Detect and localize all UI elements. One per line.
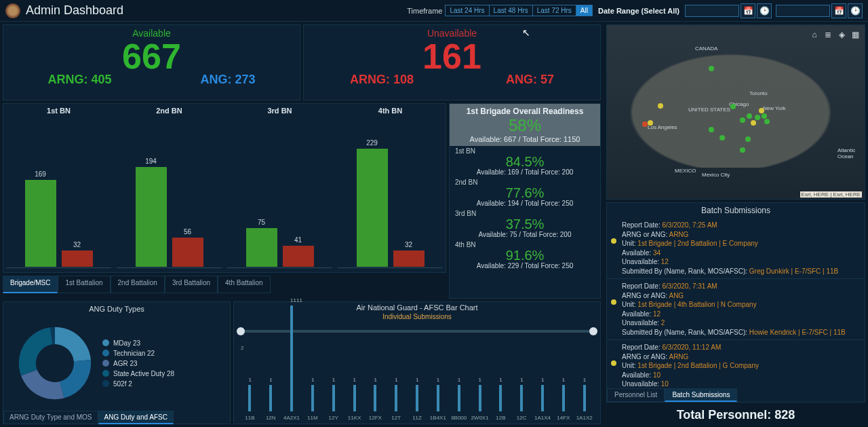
afsc-bar [583, 385, 586, 411]
map-label: New York [763, 105, 786, 111]
legend-icon[interactable]: ≣ [823, 29, 833, 40]
map-point-icon[interactable] [751, 120, 756, 126]
right-panel-tab[interactable]: Personnel List [607, 388, 665, 402]
map-label: MEXICO [675, 168, 696, 174]
time-icon[interactable]: 🕑 [848, 3, 863, 18]
date-range-start-input[interactable] [685, 5, 739, 17]
afsc-bar [520, 385, 523, 411]
afsc-xlabel: 14FX [553, 415, 574, 421]
right-tabs: Personnel ListBatch Submissions [607, 388, 865, 402]
home-icon[interactable]: ⌂ [809, 29, 820, 40]
calendar-icon[interactable]: 📅 [741, 3, 755, 18]
readiness-row: 2nd BN 77.6% Available: 194 / Total Forc… [450, 177, 600, 208]
map-point-icon[interactable] [745, 136, 751, 142]
timeframe-button[interactable]: Last 48 Hrs [490, 5, 533, 16]
afsc-bar [269, 385, 272, 411]
date-range-end-input[interactable] [776, 5, 830, 17]
map-label: CANADA [695, 45, 717, 52]
legend-swatch-icon [102, 370, 109, 377]
map-label: Los Angeles [648, 124, 677, 130]
map-point-icon[interactable] [740, 147, 745, 153]
status-dot-icon [611, 238, 616, 244]
status-dot-icon [611, 360, 616, 366]
timeframe-button[interactable]: Last 24 Hrs [446, 5, 489, 16]
map-label: UNITED STATES [688, 107, 730, 113]
basemap-icon[interactable]: ▦ [850, 29, 861, 40]
map-point-icon[interactable] [730, 104, 736, 109]
donut-tab[interactable]: ANG Duty and AFSC [98, 411, 174, 424]
map-label: Mexico City [702, 172, 730, 178]
donut-slice [19, 327, 53, 375]
donut-tab[interactable]: ARNG Duty Type and MOS [3, 411, 98, 424]
timeframe-button[interactable]: Last 72 Hrs [533, 5, 576, 16]
battalion-tab[interactable]: Brigade/MSC [3, 276, 58, 293]
legend-swatch-icon [102, 339, 109, 346]
bn-facet-title: 4th BN [335, 107, 446, 115]
app-logo-icon [5, 3, 20, 18]
unavailable-value: 161 [304, 39, 600, 74]
afsc-bar [332, 385, 335, 411]
afsc-xlabel: 2W0X1 [469, 415, 490, 421]
bn-facet-title: 3rd BN [224, 107, 335, 115]
batch-submission-item[interactable]: Report Date: 6/3/2020, 7:25 AM ARNG or A… [607, 218, 865, 279]
timeframe-label: Timeframe [407, 7, 442, 15]
readiness-row: 3rd BN 37.5% Available: 75 / Total Force… [450, 208, 600, 240]
calendar-icon[interactable]: 📅 [831, 3, 846, 18]
battalion-tab[interactable]: 3rd Battalion [165, 276, 218, 293]
afsc-bar [290, 305, 293, 411]
map-credit: Esri, HERE | Esri, HERE [800, 191, 862, 198]
map-point-icon[interactable] [762, 113, 767, 119]
map-point-icon[interactable] [709, 127, 714, 132]
timeframe-buttons: Last 24 HrsLast 48 HrsLast 72 HrsAll [445, 5, 593, 16]
battalion-tab[interactable]: 1st Battalion [58, 276, 110, 293]
donut-slice [60, 360, 91, 398]
afsc-xlabel: 11M [302, 415, 323, 421]
map-point-icon[interactable] [747, 113, 752, 119]
map-point-icon[interactable] [740, 117, 745, 123]
battalion-tab[interactable]: 2nd Battalion [111, 276, 165, 293]
afsc-bar [458, 385, 460, 411]
readiness-title: 1st Brigade Overall Readiness [454, 107, 596, 116]
legend-swatch-icon [102, 380, 109, 387]
bar: 194 [136, 167, 167, 267]
map-point-icon[interactable] [642, 122, 648, 127]
map-point-icon[interactable] [648, 120, 653, 126]
batch-submission-item[interactable]: Report Date: 6/3/2020, 11:12 AM ARNG or … [607, 340, 865, 388]
layers-icon[interactable]: ◈ [836, 29, 847, 40]
afsc-xlabel: 11Z [407, 415, 428, 421]
donut-slice [21, 370, 64, 400]
afsc-bar [374, 385, 376, 411]
map-point-icon[interactable] [658, 103, 663, 109]
available-panel: Available 667 ARNG: 405 ANG: 273 [3, 24, 300, 100]
donut-title: ANG Duty Types [3, 302, 230, 316]
battalion-tab[interactable]: 4th Battalion [218, 276, 271, 293]
afsc-xlabel: 12N [260, 415, 281, 421]
map-point-icon[interactable] [764, 119, 770, 124]
map-point-icon[interactable] [709, 66, 714, 71]
afsc-bar [311, 385, 314, 411]
bar: 32 [393, 250, 425, 267]
bar: 56 [172, 238, 203, 267]
afsc-xlabel: 1A1X2 [574, 415, 595, 421]
afsc-bar [479, 385, 481, 411]
map-point-icon[interactable] [719, 135, 725, 141]
donut-slice [55, 327, 91, 362]
map-point-icon[interactable] [759, 108, 764, 113]
readiness-row: 1st BN 84.5% Available: 169 / Total Forc… [450, 146, 600, 177]
afsc-bar [248, 385, 251, 411]
map-panel[interactable]: ⌂ ≣ ◈ ▦ CANADAUNITED STATESTorontoChicag… [606, 24, 865, 200]
bar: 169 [25, 180, 56, 267]
map-point-icon[interactable] [755, 115, 760, 120]
afsc-xlabel: 12FX [365, 415, 386, 421]
available-ang: ANG: 273 [200, 73, 255, 87]
timeframe-button[interactable]: All [576, 5, 592, 16]
date-range-label: Date Range (Select All) [598, 7, 679, 15]
right-panel-tab[interactable]: Batch Submissions [665, 388, 737, 402]
bn-facet-title: 2nd BN [114, 107, 224, 115]
time-icon[interactable]: 🕑 [757, 3, 772, 18]
legend-item: Technician 22 [102, 350, 226, 357]
legend-swatch-icon [102, 350, 109, 356]
batch-submission-item[interactable]: Report Date: 6/3/2020, 7:31 AM ARNG or A… [607, 279, 865, 340]
afsc-xlabel: 12C [511, 415, 532, 421]
afsc-bar [437, 385, 439, 411]
